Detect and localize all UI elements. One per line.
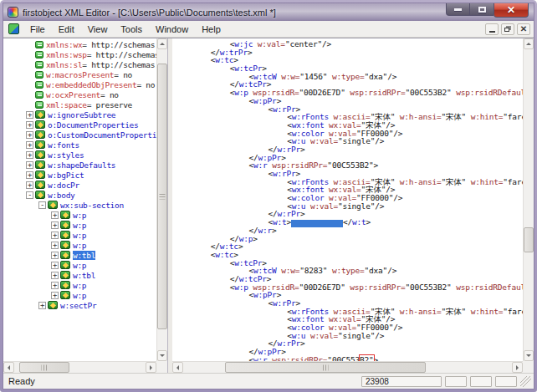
- tree-item-w-bgPict[interactable]: +w:bgPict: [3, 170, 156, 180]
- tree-item-w-shapeDefaults[interactable]: +w:shapeDefaults: [3, 160, 156, 170]
- code-line[interactable]: <w:pPr>: [172, 291, 523, 299]
- code-line[interactable]: <w:tcW w:w="1456" w:type="dxa"/>: [172, 73, 523, 81]
- mdi-close-button[interactable]: ✕: [517, 23, 530, 35]
- expand-plus-icon[interactable]: +: [51, 232, 59, 239]
- tree-item-o-CustomDocumentProperties[interactable]: +o:CustomDocumentProperties: [3, 130, 156, 140]
- expand-plus-icon[interactable]: +: [51, 211, 59, 219]
- mdi-restore-button[interactable]: [501, 23, 514, 35]
- expand-plus-icon[interactable]: +: [26, 111, 33, 119]
- xml-source-editor[interactable]: <w:jc w:val="center"/></w:trPr><w:tc><w:…: [172, 38, 523, 361]
- tree-item-w-sectPr[interactable]: +w:sectPr: [3, 300, 156, 310]
- code-line[interactable]: <w:u w:val="single"/>: [172, 137, 523, 145]
- tree-item-w-ocxPresent[interactable]: w:ocxPresent = no: [3, 89, 156, 99]
- tree-hscroll-thumb[interactable]: [19, 362, 69, 373]
- editor-scroll-down-button[interactable]: [524, 350, 534, 361]
- tree-item-xml-space[interactable]: xml:space = preserve: [3, 99, 156, 109]
- tree-item-w-p[interactable]: +w:p: [3, 290, 156, 300]
- editor-vertical-scrollbar[interactable]: [523, 38, 534, 361]
- menu-window[interactable]: Window: [149, 22, 195, 37]
- tree-item-o-DocumentProperties[interactable]: +o:DocumentProperties: [3, 120, 156, 130]
- expand-plus-icon[interactable]: +: [51, 242, 59, 249]
- expand-plus-icon[interactable]: +: [51, 282, 59, 289]
- tree-item-w-p[interactable]: +w:p: [3, 240, 156, 250]
- minimize-button[interactable]: [446, 3, 470, 16]
- expand-plus-icon[interactable]: +: [26, 171, 33, 179]
- code-line[interactable]: </w:r>: [172, 227, 523, 235]
- tree-item-w-docPr[interactable]: +w:docPr: [3, 180, 156, 190]
- menu-tools[interactable]: Tools: [114, 22, 149, 37]
- tree-scroll-down-button[interactable]: [157, 350, 167, 361]
- code-line[interactable]: <w:p wsp:rsidR="00D26E7D" wsp:rsidRPr="0…: [172, 89, 523, 97]
- tree-item-w-tbl[interactable]: +w:tbl: [3, 270, 156, 280]
- expand-plus-icon[interactable]: +: [51, 252, 59, 259]
- editor-vscroll-track[interactable]: [524, 49, 534, 350]
- code-line[interactable]: <w:tc>: [172, 56, 523, 64]
- editor-horizontal-scrollbar[interactable]: [172, 361, 523, 373]
- tree-item-w-fonts[interactable]: +w:fonts: [3, 140, 156, 150]
- expand-plus-icon[interactable]: +: [26, 151, 33, 159]
- tree-vscroll-track[interactable]: [157, 49, 167, 350]
- tree-item-w-embeddedObjPresent[interactable]: w:embeddedObjPresent = no: [3, 79, 156, 89]
- code-line[interactable]: <w:u w:val="single"/>: [172, 202, 523, 211]
- tree-vertical-scrollbar[interactable]: [156, 38, 167, 361]
- menu-view[interactable]: View: [81, 22, 115, 37]
- code-line[interactable]: <w:p wsp:rsidR="00D26E7D" wsp:rsidRPr="0…: [172, 283, 523, 292]
- expand-plus-icon[interactable]: +: [26, 181, 33, 189]
- tree-item-w-tbl[interactable]: +w:tbl: [3, 250, 156, 260]
- tree-item-w-p[interactable]: +w:p: [3, 210, 156, 220]
- editor-scroll-up-button[interactable]: [524, 38, 534, 49]
- expand-plus-icon[interactable]: +: [26, 131, 33, 139]
- code-line[interactable]: <w:t></w:t>: [172, 218, 523, 227]
- tree-item-w-p[interactable]: +w:p: [3, 260, 156, 270]
- expand-plus-icon[interactable]: +: [51, 292, 59, 299]
- tree-item-w-macrosPresent[interactable]: w:macrosPresent = no: [3, 69, 156, 79]
- editor-hscroll-track[interactable]: [183, 362, 512, 373]
- tree-item-wx-sub-section[interactable]: -wx:sub-section: [3, 200, 156, 210]
- tree-item-w-body[interactable]: -w:body: [3, 190, 156, 200]
- mdi-minimize-button[interactable]: [485, 23, 499, 35]
- code-line[interactable]: </w:rPr>: [172, 339, 523, 348]
- collapse-minus-icon[interactable]: -: [38, 201, 46, 209]
- tree-scroll-right-button[interactable]: [146, 362, 156, 373]
- tree-item-xmlns-sl[interactable]: xmlns:sl = http://schemas.: [3, 59, 156, 69]
- menu-edit[interactable]: Edit: [52, 22, 81, 37]
- code-line[interactable]: </w:rPr>: [172, 145, 523, 154]
- title-bar[interactable]: firstobject XML Editor - [C:\Users\Publi…: [3, 3, 534, 21]
- code-line[interactable]: <w:u w:val="single"/>: [172, 332, 523, 340]
- tree-horizontal-scrollbar[interactable]: [3, 361, 156, 373]
- expand-plus-icon[interactable]: +: [26, 121, 33, 129]
- tree-item-w-p[interactable]: +w:p: [3, 220, 156, 230]
- code-line[interactable]: <w:tc>: [172, 251, 523, 259]
- menu-help[interactable]: Help: [195, 22, 228, 37]
- expand-plus-icon[interactable]: +: [51, 272, 59, 279]
- code-line[interactable]: <w:pPr>: [172, 97, 523, 105]
- tree-item-w-ignoreSubtree[interactable]: +w:ignoreSubtree: [3, 109, 156, 120]
- xml-tree[interactable]: xmlns:wx = http://schemas.xmlns:wsp = ht…: [3, 38, 156, 361]
- code-line[interactable]: <w:tcW w:w="8283" w:type="dxa"/>: [172, 267, 523, 275]
- document-icon[interactable]: [8, 23, 19, 34]
- selected-text-highlight[interactable]: [291, 220, 343, 227]
- expand-plus-icon[interactable]: +: [26, 141, 33, 149]
- tree-scroll-left-button[interactable]: [3, 362, 14, 373]
- expand-plus-icon[interactable]: +: [51, 262, 59, 269]
- tree-item-xmlns-wx[interactable]: xmlns:wx = http://schemas.: [3, 39, 156, 49]
- code-line[interactable]: <w:r wsp:rsidRPr="00C553B2">: [172, 161, 523, 170]
- close-button[interactable]: ✕: [494, 3, 529, 18]
- expand-plus-icon[interactable]: +: [38, 302, 46, 309]
- maximize-button[interactable]: [470, 3, 494, 16]
- expand-plus-icon[interactable]: +: [26, 161, 33, 169]
- tree-item-w-styles[interactable]: +w:styles: [3, 150, 156, 160]
- editor-vscroll-thumb[interactable]: [524, 227, 534, 252]
- tree-vscroll-thumb[interactable]: [157, 64, 167, 329]
- resize-grip[interactable]: [520, 376, 531, 387]
- editor-scroll-left-button[interactable]: [172, 362, 183, 373]
- collapse-minus-icon[interactable]: -: [26, 191, 33, 199]
- tree-hscroll-track[interactable]: [14, 362, 146, 373]
- tree-scroll-up-button[interactable]: [157, 38, 167, 49]
- menu-file[interactable]: File: [23, 22, 52, 37]
- expand-plus-icon[interactable]: +: [51, 221, 59, 229]
- editor-scroll-right-button[interactable]: [512, 362, 523, 373]
- editor-hscroll-thumb[interactable]: [225, 362, 426, 373]
- tree-item-xmlns-wsp[interactable]: xmlns:wsp = http://schemas: [3, 49, 156, 59]
- tree-item-w-p[interactable]: +w:p: [3, 280, 156, 290]
